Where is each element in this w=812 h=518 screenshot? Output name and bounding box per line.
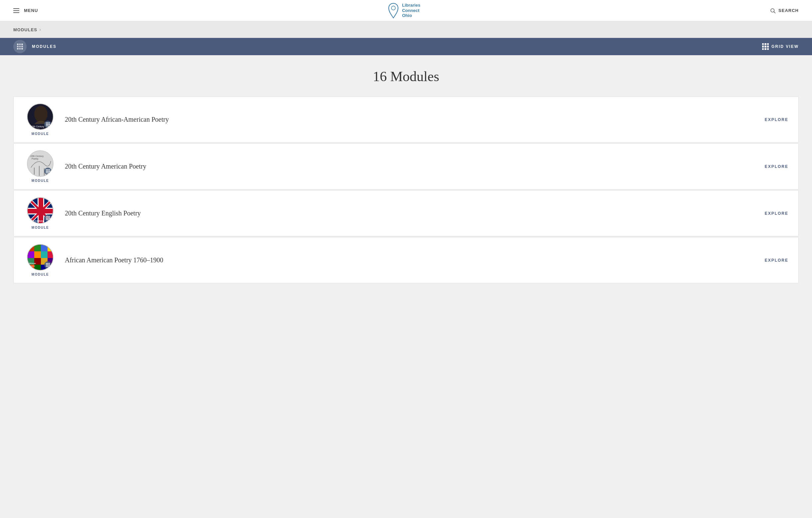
svg-rect-32	[48, 251, 54, 258]
table-row: African Americ MODULE African American P…	[13, 237, 799, 283]
badge-grid-icon	[46, 263, 50, 267]
main-content: 16 Modules 20th Century Africa	[0, 55, 812, 290]
badge-grid-icon	[46, 122, 50, 126]
module-thumbnail: 20th Century Englis	[27, 197, 54, 224]
badge-grid-icon	[46, 169, 50, 173]
svg-text:20th Century: 20th Century	[30, 155, 44, 157]
table-row: 20th Century Poetry	[13, 143, 799, 190]
svg-text:20th Century: 20th Century	[29, 220, 44, 223]
module-name: 20th Century American Poetry	[65, 163, 757, 170]
module-thumb-wrapper: African Americ MODULE	[24, 244, 57, 276]
grid-icon-small	[17, 44, 23, 50]
module-bar-icon	[13, 40, 27, 53]
grid-view-label: GRID VIEW	[772, 44, 799, 49]
svg-text:Americ: Americ	[29, 265, 35, 267]
explore-button[interactable]: EXPLORE	[765, 115, 788, 125]
search-icon	[770, 8, 776, 13]
logo[interactable]: Libraries Connect Ohio	[387, 3, 420, 19]
logo-line3: Ohio	[402, 13, 420, 18]
search-label: SEARCH	[778, 8, 799, 13]
ohio-state-icon	[387, 3, 399, 19]
table-row: 20th Century Africa MODULE 20th Century …	[13, 96, 799, 143]
module-thumb-wrapper: 20th Century Poetry	[24, 150, 57, 182]
svg-rect-28	[48, 245, 54, 251]
module-badge	[44, 261, 52, 269]
module-thumb-wrapper: 20th Century Englis MODULE	[24, 197, 57, 229]
table-row: 20th Century Englis MODULE 20th Century …	[13, 190, 799, 236]
svg-point-4	[34, 106, 48, 122]
search-button[interactable]: SEARCH	[770, 8, 799, 13]
breadcrumb: MODULES ›	[0, 21, 812, 38]
badge-grid-icon	[46, 216, 50, 220]
module-list: 20th Century Africa MODULE 20th Century …	[13, 96, 799, 283]
svg-rect-31	[41, 251, 48, 258]
module-name: 20th Century African-American Poetry	[65, 116, 757, 123]
svg-text:Englis: Englis	[30, 223, 37, 224]
menu-icon	[13, 8, 19, 13]
module-type-label: MODULE	[32, 132, 49, 136]
logo-line2: Connect	[402, 8, 420, 13]
module-bar-title: MODULES	[32, 44, 57, 49]
explore-button[interactable]: EXPLORE	[765, 255, 788, 265]
svg-rect-25	[28, 245, 34, 251]
grid-view-icon	[762, 43, 769, 50]
breadcrumb-modules[interactable]: MODULES	[13, 27, 37, 32]
breadcrumb-chevron: ›	[39, 27, 41, 33]
svg-rect-29	[28, 251, 34, 258]
site-header: MENU Libraries Connect Ohio SEARCH	[0, 0, 812, 21]
svg-text:20th Century: 20th Century	[31, 125, 45, 128]
explore-button[interactable]: EXPLORE	[765, 208, 788, 219]
module-thumb-wrapper: 20th Century Africa MODULE	[24, 104, 57, 136]
logo-text: Libraries Connect Ohio	[402, 3, 420, 18]
svg-rect-27	[41, 245, 48, 251]
svg-text:Africa: Africa	[34, 128, 39, 130]
svg-rect-38	[34, 265, 41, 271]
page-title: 16 Modules	[13, 68, 799, 84]
svg-rect-30	[34, 251, 41, 258]
module-name: 20th Century English Poetry	[65, 209, 757, 217]
svg-text:African: African	[29, 262, 36, 264]
svg-point-0	[392, 6, 395, 10]
menu-button[interactable]: MENU	[13, 8, 38, 13]
svg-text:Poetry: Poetry	[32, 157, 38, 160]
svg-line-2	[774, 12, 775, 13]
grid-view-button[interactable]: GRID VIEW	[762, 43, 799, 50]
logo-line1: Libraries	[402, 3, 420, 8]
module-type-label: MODULE	[32, 179, 49, 182]
module-thumbnail: 20th Century Africa	[27, 104, 54, 130]
menu-label: MENU	[24, 8, 38, 13]
module-bar: MODULES GRID VIEW	[0, 38, 812, 55]
module-type-label: MODULE	[32, 272, 49, 276]
module-thumbnail: African Americ	[27, 244, 54, 271]
module-thumbnail: 20th Century Poetry	[27, 150, 54, 177]
explore-button[interactable]: EXPLORE	[765, 162, 788, 172]
header-left: MENU	[13, 8, 38, 13]
svg-rect-26	[34, 245, 41, 251]
module-type-label: MODULE	[32, 226, 49, 229]
module-badge	[44, 121, 52, 128]
module-bar-left: MODULES	[13, 40, 57, 53]
module-badge	[44, 168, 52, 175]
module-name: African American Poetry 1760–1900	[65, 256, 757, 264]
module-badge	[44, 214, 52, 222]
